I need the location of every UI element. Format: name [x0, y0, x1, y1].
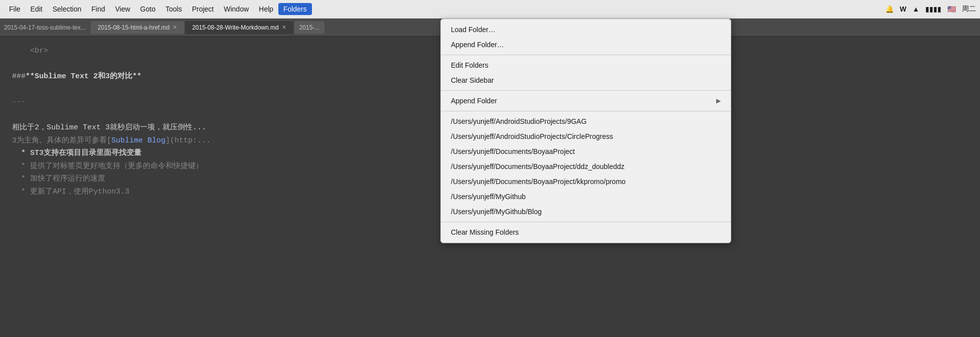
- submenu-arrow-icon: ▶: [716, 97, 721, 104]
- menu-append-folder-submenu[interactable]: Append Folder ▶: [441, 93, 731, 108]
- tab-partial-label: 2015-...: [299, 24, 320, 31]
- menu-project[interactable]: Project: [187, 3, 219, 15]
- separator-4: [441, 222, 731, 222]
- wifi-icon: ▲: [912, 5, 919, 13]
- menubar-right: 🔔 W ▲ ▮▮▮▮ 🇺🇸 周二: [885, 5, 976, 14]
- menu-load-folder[interactable]: Load Folder…: [441, 22, 731, 37]
- menu-folder-kkpromo[interactable]: /Users/yunjeff/Documents/BoyaaProject/kk…: [441, 174, 731, 189]
- menu-selection[interactable]: Selection: [48, 3, 87, 15]
- separator-1: [441, 55, 731, 55]
- menu-folder-circleprogress[interactable]: /Users/yunjeff/AndroidStudioProjects/Cir…: [441, 129, 731, 144]
- battery-icon: ▮▮▮▮: [925, 5, 941, 13]
- menu-view[interactable]: View: [110, 3, 135, 15]
- menu-find[interactable]: Find: [86, 3, 110, 15]
- tab-html-a-href[interactable]: 2015-08-15-html-a-href.md ✕: [91, 21, 184, 34]
- menu-folders[interactable]: Folders: [278, 3, 312, 15]
- menu-help[interactable]: Help: [254, 3, 278, 15]
- menu-tools[interactable]: Tools: [160, 3, 187, 15]
- tab-partial[interactable]: 2015-...: [294, 21, 325, 34]
- menu-folder-blog[interactable]: /Users/yunjeff/MyGithub/Blog: [441, 204, 731, 219]
- menu-clear-sidebar[interactable]: Clear Sidebar: [441, 73, 731, 88]
- menubar: File Edit Selection Find View Goto Tools…: [0, 0, 980, 19]
- tab-close-icon[interactable]: ✕: [173, 25, 177, 30]
- tab-label: 2015-08-15-html-a-href.md: [98, 24, 170, 31]
- separator-2: [441, 90, 731, 91]
- menu-folder-ddz[interactable]: /Users/yunjeff/Documents/BoyaaProject/dd…: [441, 159, 731, 174]
- menu-file[interactable]: File: [4, 3, 26, 15]
- tab-write-morkdown[interactable]: 2015-08-28-Write-Morkdown.md ✕: [185, 21, 293, 34]
- menu-edit-folders[interactable]: Edit Folders: [441, 58, 731, 73]
- menu-window[interactable]: Window: [219, 3, 254, 15]
- tab-close-icon[interactable]: ✕: [282, 25, 286, 30]
- separator-3: [441, 111, 731, 111]
- menu-goto[interactable]: Goto: [135, 3, 160, 15]
- menu-clear-missing-folders[interactable]: Clear Missing Folders: [441, 225, 731, 240]
- file-indicator: 2015-04-17-toss-sublime-tex...: [2, 24, 91, 31]
- menu-append-folder-ellipsis[interactable]: Append Folder…: [441, 37, 731, 52]
- date-display: 周二: [962, 5, 976, 14]
- menu-folder-mygithub[interactable]: /Users/yunjeff/MyGithub: [441, 189, 731, 204]
- menu-edit[interactable]: Edit: [26, 3, 48, 15]
- append-folder-label: Append Folder: [451, 97, 497, 105]
- menu-folder-9gag[interactable]: /Users/yunjeff/AndroidStudioProjects/9GA…: [441, 114, 731, 129]
- bell-icon: 🔔: [885, 5, 894, 13]
- folders-dropdown: Load Folder… Append Folder… Edit Folders…: [440, 19, 731, 243]
- w-icon: W: [900, 5, 906, 13]
- menu-folder-boyaaproject[interactable]: /Users/yunjeff/Documents/BoyaaProject: [441, 144, 731, 159]
- tab-label: 2015-08-28-Write-Morkdown.md: [192, 24, 279, 31]
- flag-icon: 🇺🇸: [947, 5, 956, 13]
